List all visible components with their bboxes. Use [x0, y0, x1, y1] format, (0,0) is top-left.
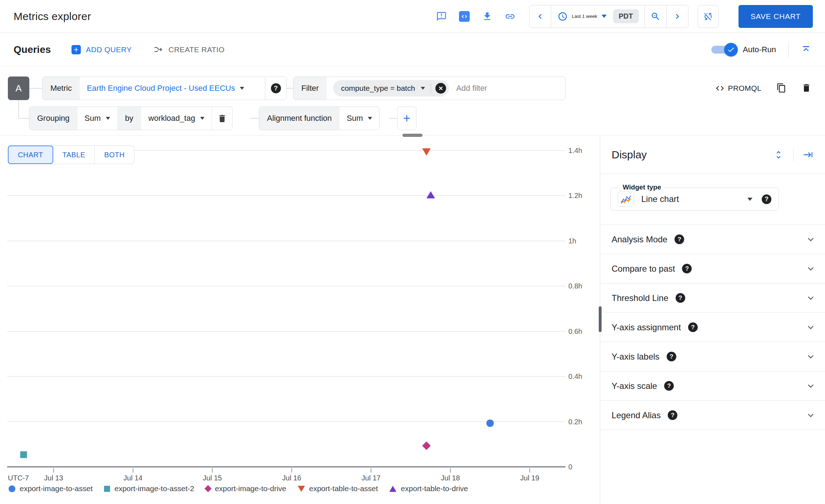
legend-item-export-image-to-asset[interactable]: export-image-to-asset: [9, 484, 93, 493]
chevron-down-icon: [805, 292, 816, 304]
help-icon: [271, 83, 281, 93]
add-filter-input[interactable]: [455, 77, 560, 100]
page-title: Metrics explorer: [14, 10, 91, 23]
view-tab-both[interactable]: BOTH: [95, 145, 134, 164]
metric-help-cell[interactable]: [265, 77, 286, 100]
help-icon: [682, 264, 692, 273]
expand-all-sections-button[interactable]: [772, 148, 785, 162]
x-axis-tick-label: Jul 19: [505, 474, 555, 482]
add-query-button[interactable]: ADD QUERY: [71, 45, 132, 54]
feedback-button[interactable]: [435, 10, 448, 23]
section-label: Legend Alias: [612, 410, 661, 420]
create-ratio-label: CREATE RATIO: [168, 45, 224, 54]
diamond-marker: [422, 441, 431, 450]
auto-refresh-off-button[interactable]: [698, 5, 718, 28]
legend-label: export-image-to-asset: [20, 484, 93, 493]
legend-item-export-image-to-asset-2[interactable]: export-image-to-asset-2: [104, 484, 194, 493]
duplicate-query-button[interactable]: [776, 83, 786, 94]
code-icon: [715, 84, 725, 93]
query-builder: A Metric Earth Engine Cloud Project - Us…: [0, 66, 825, 135]
queries-bar-right: Auto-Run: [711, 41, 813, 58]
legend-item-export-table-to-asset[interactable]: export-table-to-asset: [298, 484, 378, 493]
legend-item-export-table-to-drive[interactable]: export-table-to-drive: [389, 484, 468, 493]
triangle-down-marker: [298, 486, 305, 492]
x-axis-tick-label: Jul 13: [29, 474, 79, 482]
help-icon: [667, 352, 676, 361]
help-icon[interactable]: [762, 194, 771, 204]
promql-label: PROMQL: [728, 84, 761, 93]
view-tab-chart[interactable]: CHART: [8, 145, 53, 164]
grouping-value: Sum: [85, 114, 101, 123]
delete-query-button[interactable]: [801, 83, 811, 94]
chevron-down-icon: [805, 351, 816, 362]
y-axis-tick-label: 1.4h: [568, 146, 582, 154]
filter-chip[interactable]: compute_type = batch: [333, 80, 449, 97]
y-axis-tick-label: 0.6h: [568, 327, 582, 335]
grouping-by-selector[interactable]: workload_tag: [141, 107, 212, 130]
line-chart-icon: [618, 192, 634, 207]
expand-sections-icon: [774, 150, 784, 160]
add-step-button[interactable]: [397, 107, 416, 130]
create-ratio-button[interactable]: CREATE RATIO: [154, 45, 224, 54]
grouping-selector[interactable]: Sum: [78, 107, 117, 130]
share-link-button[interactable]: [503, 10, 517, 23]
remove-filter-button[interactable]: [435, 83, 446, 94]
display-section-threshold-line[interactable]: Threshold Line: [600, 283, 825, 313]
chevron-down-icon: [805, 410, 816, 421]
save-chart-button[interactable]: SAVE CHART: [738, 5, 813, 28]
data-point-export-table-to-drive: [426, 191, 435, 200]
legend-item-export-image-to-drive[interactable]: export-image-to-drive: [206, 484, 286, 493]
query-letter-chip[interactable]: A: [8, 76, 29, 100]
display-section-legend-alias[interactable]: Legend Alias: [600, 401, 825, 430]
x-axis-tick: [371, 468, 371, 473]
collapse-all-button[interactable]: [799, 43, 813, 56]
alignment-control: Alignment function Sum: [259, 107, 380, 130]
circle-marker: [486, 419, 494, 427]
section-label: Y-axis scale: [612, 381, 657, 391]
view-tab-table[interactable]: TABLE: [53, 145, 95, 164]
display-section-compare-to-past[interactable]: Compare to past: [600, 254, 825, 283]
chevron-right-icon: [672, 11, 682, 21]
widget-type-select[interactable]: Widget type Line chart: [610, 188, 779, 211]
metric-selector[interactable]: Earth Engine Cloud Project - Used EECUs: [80, 77, 265, 100]
y-axis-tick-label: 1h: [568, 237, 576, 245]
timezone-badge[interactable]: PDT: [613, 9, 639, 23]
connector: [287, 88, 293, 89]
display-section-analysis-mode[interactable]: Analysis Mode: [600, 225, 825, 254]
time-range-selector[interactable]: Last 1 week: [551, 5, 613, 28]
x-axis-tick: [450, 468, 451, 473]
x-axis-tick: [212, 468, 213, 473]
display-section-y-axis-assignment[interactable]: Y-axis assignment: [600, 313, 825, 342]
query-actions: PROMQL: [715, 76, 811, 100]
time-back-button[interactable]: [529, 5, 551, 28]
top-actions: Last 1 week PDT SAVE CHART: [435, 5, 813, 28]
divider: [788, 41, 789, 58]
promql-button[interactable]: PROMQL: [715, 84, 761, 93]
resize-handle[interactable]: [402, 134, 423, 137]
display-section-y-axis-scale[interactable]: Y-axis scale: [600, 371, 825, 401]
code-button[interactable]: [458, 10, 471, 23]
grouping-control: Grouping Sum by workload_tag: [29, 107, 233, 130]
auto-run-toggle[interactable]: [711, 43, 736, 56]
collapse-panel-button[interactable]: [801, 148, 815, 162]
remove-grouping-button[interactable]: [212, 107, 232, 130]
chevron-down-icon: [240, 87, 244, 90]
time-forward-button[interactable]: [667, 5, 688, 28]
panel-resize-handle[interactable]: [599, 306, 602, 332]
display-section-y-axis-labels[interactable]: Y-axis labels: [600, 342, 825, 371]
connector: [19, 118, 29, 119]
download-icon: [482, 11, 493, 22]
alignment-value: Sum: [347, 114, 363, 123]
zoom-out-button[interactable]: [645, 5, 666, 28]
zoom-out-icon: [651, 11, 661, 21]
chart-pane: CHARTTABLEBOTH UTC-7 1.4h1.2h1h0.8h0.6h0…: [0, 135, 600, 503]
feedback-icon: [436, 11, 447, 22]
display-sections: Analysis ModeCompare to pastThreshold Li…: [600, 224, 825, 430]
alignment-label: Alignment function: [259, 107, 340, 130]
download-button[interactable]: [480, 10, 494, 23]
section-label: Threshold Line: [612, 293, 668, 303]
x-axis-tick-label: Jul 18: [425, 474, 475, 482]
chart-legend: export-image-to-assetexport-image-to-ass…: [9, 484, 468, 493]
delete-icon: [217, 114, 227, 123]
alignment-selector[interactable]: Sum: [340, 107, 379, 130]
